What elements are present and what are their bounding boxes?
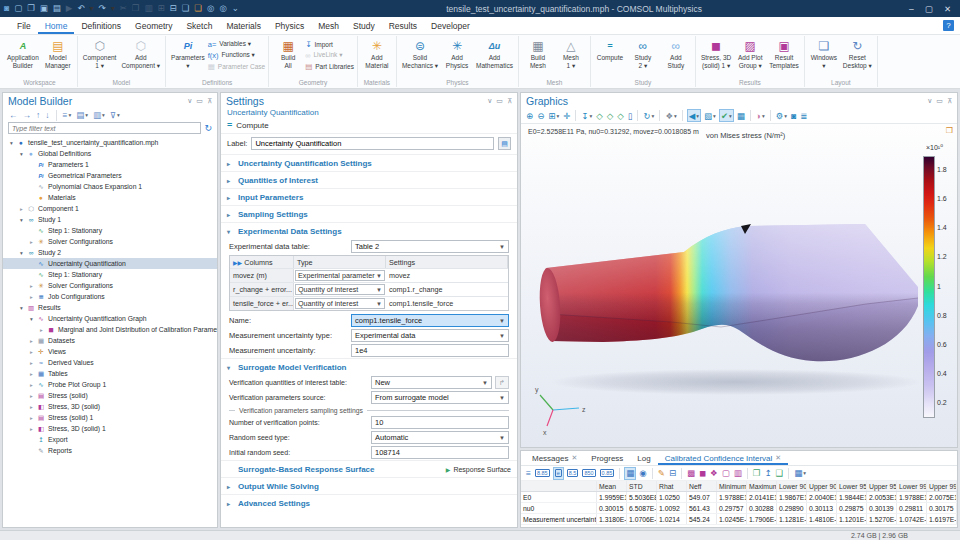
ribbon-add-plot-group-button[interactable]: ▨Add PlotGroup ▾ xyxy=(734,37,766,69)
table-row[interactable]: E01.9959E115.5036E81.0250549.071.9788E11… xyxy=(521,492,957,503)
tree-item-step-1-stationary[interactable]: ∿Step 1: Stationary xyxy=(3,225,217,236)
ribbon-add-mathematics-button[interactable]: ΔuAddMathematics xyxy=(474,37,515,69)
graphics-canvas[interactable]: y z x E0=2.5258E11 Pa, nu0=0.31292, move… xyxy=(521,124,957,447)
snapshot-icon[interactable]: ◙ xyxy=(790,109,797,122)
find-icon[interactable]: ◎ xyxy=(219,4,226,13)
display-precision-icon[interactable]: 0.85 xyxy=(599,467,616,480)
tab-messages[interactable]: Messages✕ xyxy=(525,451,584,465)
go-to-table-button[interactable]: ↱ xyxy=(495,376,509,389)
tree-item-stress-solid-1[interactable]: ▸▤Stress (solid) 1 xyxy=(3,412,217,423)
move-up-icon[interactable]: ↑ xyxy=(35,109,41,122)
expander-icon[interactable]: ▸ xyxy=(17,206,26,212)
panel-menu-icon[interactable]: ∨ xyxy=(927,97,932,105)
copy-table-icon[interactable]: ❐ xyxy=(752,467,762,480)
measurement-uncertainty-input[interactable]: 1e4 xyxy=(351,344,509,357)
expander-icon[interactable]: ▸ xyxy=(27,294,36,300)
panel-menu-icon[interactable]: ∨ xyxy=(487,97,492,105)
print-icon[interactable]: ≣ xyxy=(799,109,808,122)
go-to-default-view-icon[interactable]: ↧▾ xyxy=(580,109,593,122)
expander-icon[interactable]: ▸ xyxy=(27,338,36,344)
tree-item-export[interactable]: ↥Export xyxy=(3,434,217,445)
expander-icon[interactable]: ▾ xyxy=(17,250,26,256)
table-annotation-icon[interactable]: ▦ xyxy=(736,109,746,122)
ribbon-functions-button[interactable]: f(x)Functions ▾ xyxy=(208,50,265,60)
ribbon-result-templates-button[interactable]: ▣ResultTemplates xyxy=(767,37,801,69)
tree-item-job-configurations[interactable]: ▸≣Job Configurations xyxy=(3,291,217,302)
close-icon[interactable]: ✕ xyxy=(571,454,577,462)
section-surrogate-model-verification[interactable]: ▾Surrogate Model Verification xyxy=(221,358,517,375)
tree-item-solver-configurations[interactable]: ▸✳Solver Configurations xyxy=(3,280,217,291)
show-options-icon[interactable]: ▥▾ xyxy=(92,109,106,122)
section-input-parameters[interactable]: ▸Input Parameters xyxy=(221,188,517,205)
tab-log[interactable]: Log xyxy=(630,451,657,465)
menu-tab-results[interactable]: Results xyxy=(382,17,424,34)
section-advanced-settings[interactable]: ▸Advanced Settings xyxy=(221,494,517,511)
menu-tab-sketch[interactable]: Sketch xyxy=(179,17,219,34)
expander-icon[interactable]: ▸ xyxy=(27,393,36,399)
auto-format-icon[interactable]: ≡ xyxy=(525,467,532,480)
table-row[interactable]: nu00.300156.5087E-41.0092561.430.297570.… xyxy=(521,503,957,514)
color-theme-icon[interactable]: ◑▾ xyxy=(755,109,766,122)
surface-plot-icon[interactable]: ◼ xyxy=(698,467,707,480)
full-view-icon[interactable]: ◉ xyxy=(638,467,647,480)
tree-item-probe-plot-group-1[interactable]: ▸∿Probe Plot Group 1 xyxy=(3,379,217,390)
tree-item-views[interactable]: ▸✛Views xyxy=(3,346,217,357)
tree-item-polynomial-chaos-expansion-1[interactable]: ∿Polynomial Chaos Expansion 1 xyxy=(3,181,217,192)
verification-qoi-table-select[interactable]: New▼ xyxy=(371,376,492,389)
tree-item-step-1-stationary[interactable]: ∿Step 1: Stationary xyxy=(3,269,217,280)
tree-item-reports[interactable]: ✎Reports xyxy=(3,445,217,456)
image-effects-icon[interactable]: ❖▾ xyxy=(664,109,677,122)
expander-icon[interactable]: ▸ xyxy=(27,283,36,289)
ribbon-add-study-button[interactable]: ∞AddStudy xyxy=(660,37,692,69)
move-down-icon[interactable]: ↓ xyxy=(44,109,50,122)
menu-tab-study[interactable]: Study xyxy=(346,17,382,34)
comsol-logo-icon[interactable]: ◙ xyxy=(4,4,9,13)
ribbon-part-libraries-button[interactable]: ▤Part Libraries xyxy=(305,61,354,71)
panel-float-icon[interactable]: ▭ xyxy=(196,97,203,105)
expander-icon[interactable]: ▾ xyxy=(17,217,26,223)
ribbon-add-material-button[interactable]: ✳AddMaterial xyxy=(361,37,393,69)
initial-random-seed-input[interactable]: 108714 xyxy=(371,446,509,459)
tab-progress[interactable]: Progress xyxy=(584,451,630,465)
tree-item-solver-configurations[interactable]: ▸✳Solver Configurations xyxy=(3,236,217,247)
rotate-icon[interactable]: ↻▾ xyxy=(642,109,655,122)
tree-item-tensile-test-uncertainty-quantification-mph[interactable]: ▾●tensile_test_uncertainty_quantificatio… xyxy=(3,137,217,148)
type-select[interactable]: Experimental parameter▼ xyxy=(295,270,385,281)
menu-tab-physics[interactable]: Physics xyxy=(268,17,311,34)
tree-item-derived-values[interactable]: ▸≈Derived Values xyxy=(3,357,217,368)
ribbon-add-component-button[interactable]: ⬡AddComponent ▾ xyxy=(119,37,162,69)
decimal-notation-icon[interactable]: 850 xyxy=(581,467,596,480)
ribbon-study-2-button[interactable]: ∞Study2 ▾ xyxy=(627,37,659,69)
ribbon-solid-mechanics-button[interactable]: ⊜SolidMechanics ▾ xyxy=(400,37,440,69)
move-rows-icon[interactable]: ▶▶ xyxy=(233,259,242,266)
maximize-button[interactable]: ▢ xyxy=(925,4,933,14)
panel-float-icon[interactable]: ▭ xyxy=(936,97,943,105)
expander-icon[interactable]: ▸ xyxy=(27,371,36,377)
view-yz-plane-icon[interactable]: ◇ xyxy=(606,109,615,122)
plot-settings-icon[interactable]: ▢ xyxy=(721,467,731,480)
new-file-icon[interactable]: ▢ xyxy=(14,4,22,13)
menu-tab-file[interactable]: File xyxy=(10,17,38,34)
type-select[interactable]: Quantity of interest▼ xyxy=(295,284,385,295)
ribbon-application-builder-button[interactable]: AApplicationBuilder xyxy=(5,37,41,69)
tree-item-stress-3d-solid[interactable]: ▸◧Stress, 3D (solid) xyxy=(3,401,217,412)
close-icon[interactable]: ✕ xyxy=(775,454,781,462)
name-select[interactable]: comp1.tensile_force▼ xyxy=(351,314,509,327)
view-zx-plane-icon[interactable]: ◇ xyxy=(616,109,625,122)
plot-window-icon[interactable]: ❒ xyxy=(946,126,953,135)
ribbon-livelink-button[interactable]: ∞LiveLink ▾ xyxy=(305,50,354,60)
filter-icon[interactable]: ⊽▾ xyxy=(109,109,121,122)
view-xy-plane-icon[interactable]: ◇ xyxy=(595,109,604,122)
ribbon-parameter-case-button[interactable]: ▦Parameter Case xyxy=(208,61,265,71)
clear-table-icon[interactable]: ✎ xyxy=(657,467,666,480)
menu-tab-developer[interactable]: Developer xyxy=(424,17,477,34)
refresh-icon[interactable]: ↻ xyxy=(204,123,212,133)
tree-item-uncertainty-quantification-graph[interactable]: ▾∿Uncertainty Quantification Graph xyxy=(3,313,217,324)
label-input[interactable] xyxy=(251,137,494,150)
expander-icon[interactable]: ▸ xyxy=(27,239,36,245)
menu-tab-definitions[interactable]: Definitions xyxy=(74,17,128,34)
expander-icon[interactable]: ▸ xyxy=(27,360,36,366)
tree-item-materials[interactable]: ●Materials xyxy=(3,192,217,203)
tree-item-geometrical-parameters[interactable]: PiGeometrical Parameters xyxy=(3,170,217,181)
menu-tab-home[interactable]: Home xyxy=(38,17,75,34)
